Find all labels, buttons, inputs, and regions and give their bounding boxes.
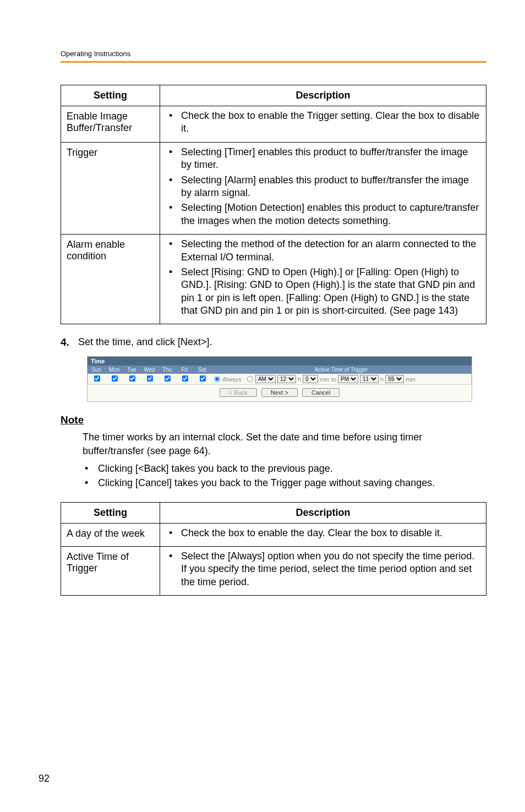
header-divider <box>61 61 486 63</box>
setting-name: Alarm enable condition <box>61 235 160 324</box>
day-head-thu: Thu <box>158 366 176 373</box>
page-number: 92 <box>39 773 50 784</box>
next-button[interactable]: Next > <box>261 388 298 397</box>
setting-name: Trigger <box>61 142 160 234</box>
note-body: The timer works by an internal clock. Se… <box>61 430 486 457</box>
select-ampm-1[interactable]: AM <box>255 375 276 383</box>
note-list: Clicking [<Back] takes you back to the p… <box>61 462 486 490</box>
select-min-2[interactable]: 59 <box>385 375 404 383</box>
setting-desc: Selecting the method of the detection fo… <box>160 235 486 324</box>
day-head-fri: Fri <box>176 366 194 373</box>
day-head-sun: Sun <box>88 366 106 373</box>
time-widget: Time Sun Mon Tue Wed Thu Fri Sat Active … <box>87 356 472 402</box>
step-row: 4. Set the time, and click [Next>]. <box>61 336 486 348</box>
day-head-sat: Sat <box>194 366 211 373</box>
table-row: Alarm enable condition Selecting the met… <box>61 235 486 324</box>
bullet: Check the box to enable the Trigger sett… <box>166 110 480 135</box>
minto-label: min to <box>320 376 336 383</box>
always-label: Always <box>222 376 242 383</box>
table-row: A day of the week Check the box to enabl… <box>61 523 486 546</box>
table-row: Enable Image Buffer/Transfer Check the b… <box>61 106 486 143</box>
bullet: Check the box to enable the day. Clear t… <box>166 527 480 539</box>
back-button[interactable]: < Back <box>220 388 257 397</box>
note-bullet: Clicking [<Back] takes you back to the p… <box>83 462 486 475</box>
day-checkbox-tue[interactable] <box>129 375 135 382</box>
col-setting: Setting <box>61 502 160 523</box>
bullet: Select [Rising: GND to Open (High).] or … <box>166 266 480 318</box>
table-row: Active Time of Trigger Select the [Alway… <box>61 547 486 596</box>
step-number: 4. <box>61 336 78 348</box>
setting-name: Active Time of Trigger <box>61 547 160 596</box>
day-head-mon: Mon <box>106 366 123 373</box>
min-label: min <box>406 376 415 383</box>
trigger-head: Active Time of Trigger <box>211 366 471 373</box>
select-hour-2[interactable]: 11 <box>360 375 379 383</box>
note-heading: Note <box>61 414 486 426</box>
setting-desc: Select the [Always] option when you do n… <box>160 547 486 596</box>
bullet: Selecting [Motion Detection] enables thi… <box>166 201 480 227</box>
select-min-1[interactable]: 0 <box>303 375 318 383</box>
day-checkbox-mon[interactable] <box>111 375 117 382</box>
setting-desc: Check the box to enable the Trigger sett… <box>160 106 486 143</box>
step-text: Set the time, and click [Next>]. <box>78 336 212 348</box>
select-ampm-2[interactable]: PM <box>338 375 358 383</box>
day-checkbox-wed[interactable] <box>146 375 152 382</box>
page-header: Operating Instructions <box>61 50 486 58</box>
settings-table-1: Setting Description Enable Image Buffer/… <box>61 85 486 324</box>
select-hour-1[interactable]: 12 <box>277 375 296 383</box>
table-row: Trigger Selecting [Timer] enables this p… <box>61 142 486 234</box>
time-header-row: Sun Mon Tue Wed Thu Fri Sat Active Time … <box>88 366 472 374</box>
day-checkbox-sun[interactable] <box>94 375 100 382</box>
note-bullet: Clicking [Cancel] takes you back to the … <box>83 476 486 489</box>
col-description: Description <box>160 85 486 106</box>
bullet: Select the [Always] option when you do n… <box>166 550 480 588</box>
setting-desc: Check the box to enable the day. Clear t… <box>160 523 486 546</box>
radio-range[interactable] <box>247 376 253 382</box>
bullet: Selecting [Timer] enables this product t… <box>166 146 480 172</box>
setting-desc: Selecting [Timer] enables this product t… <box>160 142 486 234</box>
trigger-cell: Always AM 12 h 0 min to PM 11 h 59 min <box>211 375 471 383</box>
time-title: Time <box>88 357 472 366</box>
col-setting: Setting <box>61 85 160 106</box>
setting-name: A day of the week <box>61 523 160 546</box>
bullet: Selecting the method of the detection fo… <box>166 238 480 264</box>
settings-table-2: Setting Description A day of the week Ch… <box>61 502 486 596</box>
day-checkbox-thu[interactable] <box>164 375 170 382</box>
setting-name: Enable Image Buffer/Transfer <box>61 106 160 143</box>
day-checkbox-fri[interactable] <box>182 375 188 382</box>
cancel-button[interactable]: Cancel <box>302 388 340 397</box>
day-checkbox-sat[interactable] <box>199 375 205 382</box>
day-head-wed: Wed <box>141 366 158 373</box>
time-body-row: Always AM 12 h 0 min to PM 11 h 59 min <box>88 374 472 385</box>
day-head-tue: Tue <box>123 366 141 373</box>
radio-always[interactable] <box>214 376 220 382</box>
button-row: < Back Next > Cancel <box>88 385 472 401</box>
h-label: h <box>298 376 301 383</box>
bullet: Selecting [Alarm] enables this product t… <box>166 174 480 200</box>
col-description: Description <box>160 502 486 523</box>
h-label-2: h <box>380 376 384 383</box>
